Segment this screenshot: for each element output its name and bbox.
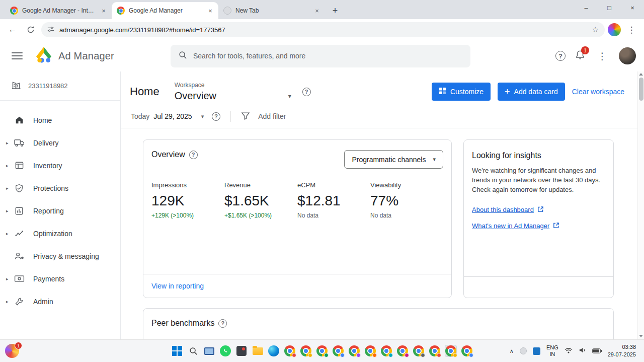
taskbar-badge: 1 [15, 342, 22, 349]
chrome-window-icon[interactable] [364, 345, 376, 357]
page-scrollbar[interactable] [637, 71, 644, 339]
browser-tab-3[interactable]: New Tab × [218, 2, 325, 19]
chrome-window-icon[interactable] [316, 345, 328, 357]
task-view-icon[interactable] [203, 345, 215, 357]
help-icon[interactable]: ? [555, 51, 566, 61]
sidebar-item-home[interactable]: Home [0, 109, 120, 131]
chrome-window-icon[interactable] [348, 345, 360, 357]
chrome-window-icon[interactable] [461, 345, 473, 357]
language-indicator[interactable]: ENG IN [546, 344, 558, 357]
workspace-help-icon[interactable]: ? [302, 88, 311, 96]
back-icon[interactable]: ← [5, 22, 20, 37]
close-tab-icon[interactable]: × [206, 7, 214, 15]
chrome-active-window-icon[interactable] [445, 345, 457, 357]
scroll-up-arrow[interactable] [639, 73, 643, 76]
close-tab-icon[interactable]: × [100, 7, 108, 15]
channel-selector[interactable]: Programmatic channels ▾ [344, 150, 443, 169]
sidebar-item-reporting[interactable]: ▸ Reporting [0, 199, 120, 222]
site-settings-icon[interactable] [47, 26, 54, 34]
expand-arrow-icon[interactable]: ▸ [6, 163, 13, 168]
scroll-down-arrow[interactable] [639, 335, 643, 337]
scrollbar-thumb[interactable] [639, 78, 643, 101]
expand-arrow-icon[interactable]: ▸ [6, 231, 13, 236]
account-avatar[interactable] [619, 47, 636, 64]
battery-icon[interactable] [592, 346, 602, 355]
search-input[interactable] [193, 52, 462, 60]
hamburger-menu-icon[interactable] [8, 47, 26, 65]
windows-start-icon[interactable] [171, 345, 183, 357]
taskbar-notification-app-icon[interactable]: 1 [5, 344, 19, 358]
url-text[interactable]: admanager.google.com/23311918982#home/id… [59, 26, 587, 34]
search-icon [179, 51, 187, 61]
metric-revenue: Revenue $1.65K +$1.65K (>100%) [224, 181, 297, 219]
browser-tab-1[interactable]: Google Ad Manager - Integrate × [5, 2, 112, 19]
sidebar-item-delivery[interactable]: ▸ Delivery [0, 131, 120, 154]
new-tab-button[interactable]: + [328, 4, 342, 18]
apps-menu-icon[interactable]: ⋮ [595, 48, 610, 63]
reload-icon[interactable] [23, 22, 38, 37]
whats-new-link[interactable]: What's new in Ad Manager [472, 222, 605, 230]
close-window-button[interactable]: × [621, 0, 644, 15]
expand-arrow-icon[interactable]: ▸ [6, 299, 13, 304]
snipping-tool-icon[interactable] [235, 345, 248, 357]
browser-profile-avatar[interactable] [608, 23, 621, 36]
sidebar-item-protections[interactable]: ▸ Protections [0, 177, 120, 199]
whatsapp-icon[interactable] [219, 345, 231, 357]
edge-browser-icon[interactable] [268, 345, 280, 357]
chrome-window-icon[interactable] [413, 345, 425, 357]
view-in-reporting-link[interactable]: View in reporting [151, 282, 204, 290]
sidebar-item-privacy-messaging[interactable]: Privacy & messaging [0, 245, 120, 267]
hidden-icons-chevron[interactable]: ∧ [510, 348, 514, 354]
browser-tab-2-active[interactable]: Google Ad Manager × [112, 2, 218, 19]
add-data-card-button[interactable]: + Add data card [498, 83, 565, 101]
expand-arrow-icon[interactable]: ▸ [6, 140, 13, 146]
tray-security-icon[interactable] [533, 347, 540, 355]
chrome-window-icon[interactable] [429, 345, 441, 357]
tray-app-icon[interactable] [520, 347, 527, 354]
caret-down-icon[interactable]: ▾ [201, 113, 204, 120]
customize-button[interactable]: Customize [432, 83, 491, 101]
content: 23311918982 Home ▸ Delivery [0, 71, 644, 339]
chrome-window-icon[interactable] [332, 345, 344, 357]
date-help-icon[interactable]: ? [212, 112, 220, 121]
volume-icon[interactable] [579, 346, 586, 355]
taskbar-clock[interactable]: 03:38 29-07-2025 [608, 343, 636, 358]
chrome-window-icon[interactable] [380, 345, 392, 357]
metric-viewability: Viewability 77% No data [370, 181, 443, 219]
peer-benchmarks-help-icon[interactable]: ? [218, 319, 227, 328]
expand-arrow-icon[interactable]: ▸ [6, 186, 13, 191]
sidebar-item-payments[interactable]: ▸ Payments [0, 267, 120, 290]
minimize-button[interactable]: – [575, 0, 598, 15]
sidebar-item-label: Optimization [33, 230, 72, 238]
sidebar-item-inventory[interactable]: ▸ Inventory [0, 154, 120, 177]
chrome-window-icon[interactable] [396, 345, 409, 357]
app-search-bar[interactable] [171, 45, 470, 67]
workspace-select[interactable]: Workspace Overview ▾ [175, 82, 291, 102]
add-filter-button[interactable]: Add filter [241, 111, 286, 122]
date-range-value[interactable]: Jul 29, 2025 [153, 112, 192, 120]
taskbar-search-icon[interactable] [187, 345, 199, 357]
about-dashboard-link[interactable]: About this dashboard [472, 206, 605, 214]
maximize-button[interactable]: □ [598, 0, 621, 15]
sidebar-item-admin[interactable]: ▸ Admin [0, 290, 120, 313]
network-selector[interactable]: 23311918982 [0, 71, 120, 101]
clear-workspace-button[interactable]: Clear workspace [572, 88, 624, 96]
chrome-window-icon[interactable] [284, 345, 296, 357]
dashboard-cards: Overview ? Programmatic channels ▾ Impre… [121, 128, 637, 298]
sidebar-item-label: Admin [33, 298, 53, 306]
overview-help-icon[interactable]: ? [189, 151, 198, 159]
expand-arrow-icon[interactable]: ▸ [6, 208, 13, 213]
sidebar-item-optimization[interactable]: ▸ Optimization [0, 222, 120, 245]
bookmark-star-icon[interactable]: ☆ [592, 25, 599, 34]
wifi-icon[interactable] [565, 346, 573, 355]
notifications-bell-icon[interactable]: 1 [575, 49, 586, 62]
address-bar[interactable]: admanager.google.com/23311918982#home/id… [41, 22, 605, 37]
expand-arrow-icon[interactable]: ▸ [6, 276, 13, 281]
file-explorer-icon[interactable] [252, 345, 264, 357]
browser-menu-icon[interactable]: ⋮ [624, 22, 639, 37]
page-title: Home [130, 85, 159, 98]
chrome-window-icon[interactable] [300, 345, 312, 357]
close-tab-icon[interactable]: × [313, 7, 321, 15]
peer-benchmarks-card: Peer benchmarks ? [143, 308, 614, 339]
system-tray: ∧ ENG IN 03:38 29-07-2025 [510, 343, 639, 358]
